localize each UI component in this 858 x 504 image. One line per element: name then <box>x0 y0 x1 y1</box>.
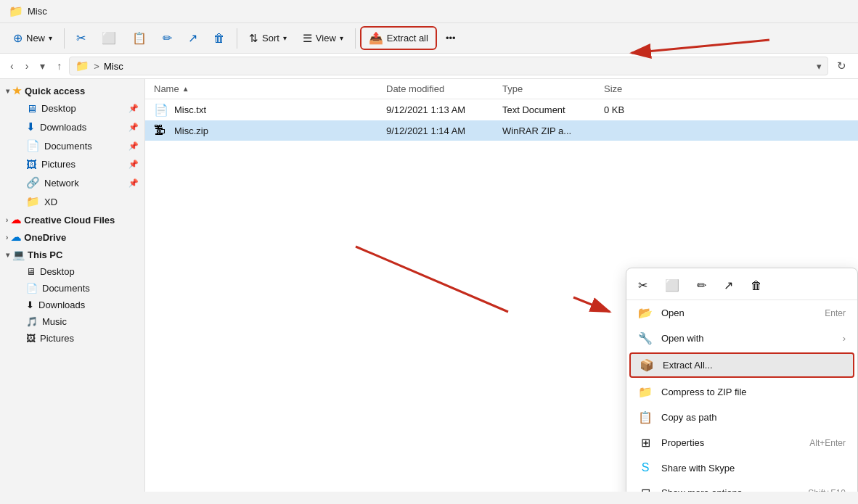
extract-all-button[interactable]: 📤 Extract all <box>360 26 437 50</box>
documents-pin-icon: 📌 <box>128 141 139 151</box>
sort-chevron-icon: ▾ <box>283 34 287 42</box>
nav-bar: ‹ › ▾ ↑ 📁 > Misc ▾ ↻ <box>0 54 858 79</box>
network-pin-icon: 📌 <box>128 178 139 188</box>
recent-button[interactable]: ▾ <box>36 57 49 75</box>
sidebar-item-music-pc[interactable]: 🎵 Music <box>6 313 144 330</box>
this-pc-items: 🖥 Desktop 📄 Documents ⬇ Downloads 🎵 Musi… <box>0 263 144 347</box>
address-bar[interactable]: 📁 > Misc ▾ <box>69 57 828 75</box>
column-size-label: Size <box>604 83 622 94</box>
quick-access-chevron-icon: ▾ <box>6 87 9 95</box>
ctx-open-shortcut: Enter <box>825 308 846 318</box>
share-button[interactable]: ↗ <box>181 27 205 49</box>
file-row-misc-txt[interactable]: 📄 Misc.txt 9/12/2021 1:13 AM Text Docume… <box>145 99 858 120</box>
ctx-open-item[interactable]: 📂 Open Enter <box>626 300 857 326</box>
pictures-pc-label: Pictures <box>40 333 74 344</box>
sidebar-item-downloads[interactable]: ⬇ Downloads 📌 <box>6 117 144 136</box>
column-date-header[interactable]: Date modified <box>386 83 502 94</box>
sidebar-item-documents-pc[interactable]: 📄 Documents <box>6 280 144 297</box>
sidebar-item-network[interactable]: 🔗 Network 📌 <box>6 173 144 192</box>
ctx-delete-button[interactable]: 🗑 <box>748 276 765 295</box>
rename-icon: ✏ <box>163 31 172 45</box>
column-type-header[interactable]: Type <box>502 83 604 94</box>
forward-button[interactable]: › <box>21 57 33 75</box>
misc-txt-date: 9/12/2021 1:13 AM <box>386 104 502 115</box>
ctx-properties-item[interactable]: ⊞ Properties Alt+Enter <box>626 430 857 455</box>
music-pc-label: Music <box>42 316 67 327</box>
toolbar-sep-2 <box>237 28 237 49</box>
ctx-open-icon: 📂 <box>638 306 653 320</box>
context-menu-toolbar: ✂ ⬜ ✏ ↗ 🗑 <box>626 271 857 300</box>
sort-button[interactable]: ⇅ Sort ▾ <box>242 28 294 49</box>
ctx-share-button[interactable]: ↗ <box>721 276 736 295</box>
cut-button[interactable]: ✂ <box>69 27 93 49</box>
paste-button[interactable]: 📋 <box>125 27 154 49</box>
ctx-show-more-item[interactable]: ⊡ Show more options Shift+F10 <box>626 480 857 492</box>
more-options-button[interactable]: ••• <box>438 28 463 48</box>
ctx-open-with-item[interactable]: 🔧 Open with › <box>626 326 857 351</box>
ctx-rename-button[interactable]: ✏ <box>694 276 709 295</box>
share-icon: ↗ <box>188 31 197 45</box>
pictures-pc-icon: 🖼 <box>26 333 36 344</box>
misc-zip-icon: 🗜 <box>154 124 168 137</box>
sidebar-item-documents[interactable]: 📄 Documents 📌 <box>6 136 144 155</box>
file-row-misc-zip[interactable]: 🗜 Misc.zip 9/12/2021 1:14 AM WinRAR ZIP … <box>145 120 858 141</box>
ctx-extract-all-item[interactable]: 📦 Extract All... <box>629 352 854 378</box>
pictures-pin-icon: 📌 <box>128 160 139 169</box>
column-size-header[interactable]: Size <box>604 83 662 94</box>
extract-all-icon: 📤 <box>369 31 383 45</box>
ctx-copy-path-label: Copy as path <box>661 412 846 423</box>
ctx-show-more-label: Show more options <box>661 487 799 492</box>
creative-cloud-label: Creative Cloud Files <box>24 215 115 226</box>
ctx-compress-zip-item[interactable]: 📁 Compress to ZIP file <box>626 379 857 405</box>
network-icon: 🔗 <box>26 176 40 189</box>
ctx-properties-label: Properties <box>661 437 801 448</box>
sidebar-item-pictures[interactable]: 🖼 Pictures 📌 <box>6 155 144 173</box>
back-button[interactable]: ‹ <box>6 57 18 75</box>
sidebar-item-pictures-pc[interactable]: 🖼 Pictures <box>6 330 144 347</box>
toolbar: ⊕ New ▾ ✂ ⬜ 📋 ✏ ↗ 🗑 ⇅ Sort ▾ ☰ <box>0 23 858 54</box>
desktop-icon: 🖥 <box>26 102 37 115</box>
sidebar-item-quick-access[interactable]: ▾ ★ Quick access <box>0 82 144 99</box>
sidebar-item-downloads-pc[interactable]: ⬇ Downloads <box>6 297 144 313</box>
refresh-button[interactable]: ↻ <box>831 57 852 75</box>
ctx-open-with-icon: 🔧 <box>638 331 653 345</box>
new-button[interactable]: ⊕ New ▾ <box>6 27 60 49</box>
sidebar-item-desktop-pc[interactable]: 🖥 Desktop <box>6 263 144 280</box>
sidebar: ▾ ★ Quick access 🖥 Desktop 📌 ⬇ Downloads… <box>0 79 145 492</box>
title-bar-title: Misc <box>28 6 47 17</box>
title-bar: 📁 Misc <box>0 0 858 23</box>
onedrive-chevron-icon: › <box>6 234 8 241</box>
downloads-pc-icon: ⬇ <box>26 299 34 310</box>
onedrive-label: OneDrive <box>24 232 66 243</box>
delete-button[interactable]: 🗑 <box>206 28 232 49</box>
address-folder-icon: 📁 <box>75 59 89 73</box>
ctx-copy-path-item[interactable]: 📋 Copy as path <box>626 405 857 430</box>
view-icon: ☰ <box>303 32 312 45</box>
sidebar-item-onedrive[interactable]: › ☁ OneDrive <box>0 228 144 246</box>
desktop-pc-label: Desktop <box>40 266 75 277</box>
new-chevron-icon: ▾ <box>49 34 52 42</box>
downloads-icon: ⬇ <box>26 120 36 133</box>
column-name-header[interactable]: Name ▲ <box>154 83 386 94</box>
sidebar-item-desktop[interactable]: 🖥 Desktop 📌 <box>6 99 144 117</box>
new-icon: ⊕ <box>13 31 23 45</box>
pictures-icon: 🖼 <box>26 158 37 170</box>
misc-zip-type: WinRAR ZIP a... <box>502 125 604 136</box>
ctx-extract-all-icon: 📦 <box>640 358 654 372</box>
misc-txt-icon: 📄 <box>154 103 168 117</box>
up-button[interactable]: ↑ <box>52 57 66 75</box>
ctx-cut-button[interactable]: ✂ <box>635 276 650 295</box>
view-button[interactable]: ☰ View ▾ <box>295 28 351 49</box>
sidebar-item-this-pc[interactable]: ▾ 💻 This PC <box>0 246 144 263</box>
sidebar-item-creative-cloud[interactable]: › ☁ Creative Cloud Files <box>0 211 144 228</box>
sidebar-item-xd[interactable]: 📁 XD <box>6 192 144 211</box>
rename-button[interactable]: ✏ <box>155 27 179 49</box>
ctx-share-skype-item[interactable]: S Share with Skype <box>626 455 857 480</box>
this-pc-label: This PC <box>28 249 62 260</box>
ctx-copy-button[interactable]: ⬜ <box>662 276 682 295</box>
view-label: View <box>316 33 336 44</box>
ctx-copy-path-icon: 📋 <box>638 410 653 424</box>
copy-button[interactable]: ⬜ <box>94 27 123 49</box>
onedrive-icon: ☁ <box>11 231 21 243</box>
creative-cloud-icon: ☁ <box>11 214 21 226</box>
